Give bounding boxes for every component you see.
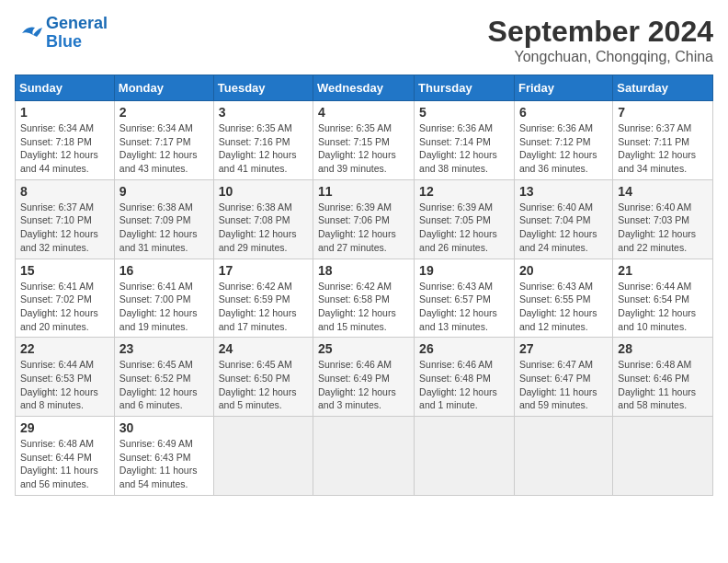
day-number: 10 xyxy=(219,184,308,199)
calendar-cell: 25Sunrise: 6:46 AM Sunset: 6:49 PM Dayli… xyxy=(313,338,415,417)
day-info: Sunrise: 6:49 AM Sunset: 6:43 PM Dayligh… xyxy=(119,437,209,491)
day-number: 2 xyxy=(119,105,209,120)
day-info: Sunrise: 6:38 AM Sunset: 7:09 PM Dayligh… xyxy=(119,201,209,255)
day-number: 25 xyxy=(318,341,409,356)
calendar-cell: 22Sunrise: 6:44 AM Sunset: 6:53 PM Dayli… xyxy=(16,338,115,417)
calendar-cell: 29Sunrise: 6:48 AM Sunset: 6:44 PM Dayli… xyxy=(16,417,115,496)
day-info: Sunrise: 6:48 AM Sunset: 6:46 PM Dayligh… xyxy=(618,358,708,412)
day-info: Sunrise: 6:41 AM Sunset: 7:00 PM Dayligh… xyxy=(119,280,209,334)
day-info: Sunrise: 6:37 AM Sunset: 7:10 PM Dayligh… xyxy=(20,201,109,255)
day-number: 1 xyxy=(20,105,109,120)
day-number: 8 xyxy=(20,184,109,199)
calendar-cell: 23Sunrise: 6:45 AM Sunset: 6:52 PM Dayli… xyxy=(114,338,213,417)
calendar-cell: 15Sunrise: 6:41 AM Sunset: 7:02 PM Dayli… xyxy=(16,259,115,338)
calendar-cell: 13Sunrise: 6:40 AM Sunset: 7:04 PM Dayli… xyxy=(514,179,612,259)
day-number: 18 xyxy=(318,263,409,278)
calendar-row: 29Sunrise: 6:48 AM Sunset: 6:44 PM Dayli… xyxy=(16,417,713,496)
day-number: 4 xyxy=(318,105,409,120)
calendar-cell: 28Sunrise: 6:48 AM Sunset: 6:46 PM Dayli… xyxy=(613,338,713,417)
day-number: 29 xyxy=(20,420,109,435)
day-number: 5 xyxy=(419,105,509,120)
calendar-cell: 2Sunrise: 6:34 AM Sunset: 7:17 PM Daylig… xyxy=(114,101,213,180)
day-info: Sunrise: 6:47 AM Sunset: 6:47 PM Dayligh… xyxy=(519,358,608,412)
day-info: Sunrise: 6:41 AM Sunset: 7:02 PM Dayligh… xyxy=(20,280,109,334)
calendar-cell xyxy=(514,417,612,496)
calendar-cell: 9Sunrise: 6:38 AM Sunset: 7:09 PM Daylig… xyxy=(114,179,213,259)
day-number: 23 xyxy=(119,341,209,356)
calendar-cell: 8Sunrise: 6:37 AM Sunset: 7:10 PM Daylig… xyxy=(16,179,115,259)
day-info: Sunrise: 6:39 AM Sunset: 7:06 PM Dayligh… xyxy=(318,201,409,255)
day-number: 21 xyxy=(618,263,708,278)
day-info: Sunrise: 6:42 AM Sunset: 6:59 PM Dayligh… xyxy=(219,280,308,334)
header-friday: Friday xyxy=(514,75,612,101)
day-info: Sunrise: 6:35 AM Sunset: 7:15 PM Dayligh… xyxy=(318,121,409,176)
day-number: 27 xyxy=(519,341,608,356)
calendar-cell: 16Sunrise: 6:41 AM Sunset: 7:00 PM Dayli… xyxy=(114,259,213,338)
day-info: Sunrise: 6:46 AM Sunset: 6:48 PM Dayligh… xyxy=(419,358,509,412)
day-info: Sunrise: 6:39 AM Sunset: 7:05 PM Dayligh… xyxy=(419,201,509,255)
logo-icon xyxy=(15,22,42,44)
day-info: Sunrise: 6:43 AM Sunset: 6:57 PM Dayligh… xyxy=(419,280,509,334)
day-info: Sunrise: 6:36 AM Sunset: 7:14 PM Dayligh… xyxy=(419,121,509,176)
calendar-cell: 17Sunrise: 6:42 AM Sunset: 6:59 PM Dayli… xyxy=(213,259,313,338)
day-info: Sunrise: 6:34 AM Sunset: 7:18 PM Dayligh… xyxy=(20,121,109,176)
calendar-cell: 21Sunrise: 6:44 AM Sunset: 6:54 PM Dayli… xyxy=(613,259,713,338)
calendar-row: 1Sunrise: 6:34 AM Sunset: 7:18 PM Daylig… xyxy=(16,101,713,180)
day-info: Sunrise: 6:44 AM Sunset: 6:54 PM Dayligh… xyxy=(618,280,708,334)
day-number: 12 xyxy=(419,184,509,199)
day-number: 13 xyxy=(519,184,608,199)
day-number: 7 xyxy=(618,105,708,120)
day-info: Sunrise: 6:40 AM Sunset: 7:03 PM Dayligh… xyxy=(618,201,708,255)
header-row: SundayMondayTuesdayWednesdayThursdayFrid… xyxy=(16,75,713,101)
header-tuesday: Tuesday xyxy=(213,75,313,101)
calendar-cell: 26Sunrise: 6:46 AM Sunset: 6:48 PM Dayli… xyxy=(415,338,515,417)
header-monday: Monday xyxy=(114,75,213,101)
day-number: 9 xyxy=(119,184,209,199)
calendar-cell: 30Sunrise: 6:49 AM Sunset: 6:43 PM Dayli… xyxy=(114,417,213,496)
header-thursday: Thursday xyxy=(415,75,515,101)
day-info: Sunrise: 6:36 AM Sunset: 7:12 PM Dayligh… xyxy=(519,121,608,176)
day-number: 22 xyxy=(20,341,109,356)
calendar-cell: 27Sunrise: 6:47 AM Sunset: 6:47 PM Dayli… xyxy=(514,338,612,417)
calendar-cell: 4Sunrise: 6:35 AM Sunset: 7:15 PM Daylig… xyxy=(313,101,415,180)
calendar-cell: 14Sunrise: 6:40 AM Sunset: 7:03 PM Dayli… xyxy=(613,179,713,259)
day-number: 14 xyxy=(618,184,708,199)
calendar-cell: 5Sunrise: 6:36 AM Sunset: 7:14 PM Daylig… xyxy=(415,101,515,180)
day-number: 26 xyxy=(419,341,509,356)
calendar-cell: 1Sunrise: 6:34 AM Sunset: 7:18 PM Daylig… xyxy=(16,101,115,180)
day-info: Sunrise: 6:42 AM Sunset: 6:58 PM Dayligh… xyxy=(318,280,409,334)
calendar-cell: 11Sunrise: 6:39 AM Sunset: 7:06 PM Dayli… xyxy=(313,179,415,259)
header-wednesday: Wednesday xyxy=(313,75,415,101)
calendar-cell: 24Sunrise: 6:45 AM Sunset: 6:50 PM Dayli… xyxy=(213,338,313,417)
calendar-cell: 7Sunrise: 6:37 AM Sunset: 7:11 PM Daylig… xyxy=(613,101,713,180)
calendar-cell xyxy=(313,417,415,496)
calendar-cell: 3Sunrise: 6:35 AM Sunset: 7:16 PM Daylig… xyxy=(213,101,313,180)
day-number: 3 xyxy=(219,105,308,120)
day-info: Sunrise: 6:38 AM Sunset: 7:08 PM Dayligh… xyxy=(219,201,308,255)
day-info: Sunrise: 6:37 AM Sunset: 7:11 PM Dayligh… xyxy=(618,121,708,176)
calendar-cell xyxy=(415,417,515,496)
day-number: 28 xyxy=(618,341,708,356)
day-number: 11 xyxy=(318,184,409,199)
location-subtitle: Yongchuan, Chongqing, China xyxy=(488,49,713,65)
day-info: Sunrise: 6:48 AM Sunset: 6:44 PM Dayligh… xyxy=(20,437,109,491)
calendar-cell: 20Sunrise: 6:43 AM Sunset: 6:55 PM Dayli… xyxy=(514,259,612,338)
calendar-cell: 19Sunrise: 6:43 AM Sunset: 6:57 PM Dayli… xyxy=(415,259,515,338)
day-info: Sunrise: 6:44 AM Sunset: 6:53 PM Dayligh… xyxy=(20,358,109,412)
header-saturday: Saturday xyxy=(613,75,713,101)
day-number: 30 xyxy=(119,420,209,435)
calendar-cell: 10Sunrise: 6:38 AM Sunset: 7:08 PM Dayli… xyxy=(213,179,313,259)
day-number: 17 xyxy=(219,263,308,278)
day-number: 16 xyxy=(119,263,209,278)
calendar-row: 22Sunrise: 6:44 AM Sunset: 6:53 PM Dayli… xyxy=(16,338,713,417)
month-title: September 2024 xyxy=(488,15,713,49)
calendar-cell: 18Sunrise: 6:42 AM Sunset: 6:58 PM Dayli… xyxy=(313,259,415,338)
day-info: Sunrise: 6:34 AM Sunset: 7:17 PM Dayligh… xyxy=(119,121,209,176)
logo-text: General Blue xyxy=(46,15,108,52)
day-info: Sunrise: 6:35 AM Sunset: 7:16 PM Dayligh… xyxy=(219,121,308,176)
day-info: Sunrise: 6:45 AM Sunset: 6:50 PM Dayligh… xyxy=(219,358,308,412)
calendar-cell xyxy=(213,417,313,496)
logo: General Blue xyxy=(15,15,108,52)
calendar-cell: 6Sunrise: 6:36 AM Sunset: 7:12 PM Daylig… xyxy=(514,101,612,180)
calendar-row: 8Sunrise: 6:37 AM Sunset: 7:10 PM Daylig… xyxy=(16,179,713,259)
